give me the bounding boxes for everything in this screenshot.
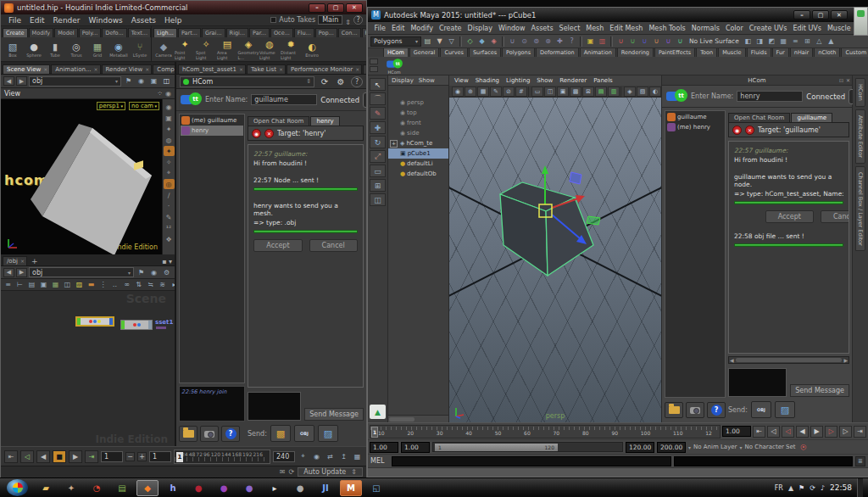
user-guillaume[interactable]: (me) guillaume — [181, 115, 243, 126]
shelf-tab[interactable]: Pop... — [315, 28, 337, 37]
maya-menu-item[interactable]: Color — [722, 25, 746, 32]
name-input[interactable] — [737, 91, 803, 102]
accept-button[interactable]: Accept — [765, 210, 814, 223]
frame-decrement-button[interactable]: − — [125, 452, 135, 461]
viewport-icon[interactable]: # — [515, 87, 527, 97]
outliner-menu-item[interactable]: Show — [419, 77, 435, 84]
sync-icon[interactable]: ⟳ — [810, 484, 815, 492]
layout-single-icon[interactable]: ▭ — [370, 165, 386, 177]
accept-button[interactable]: Accept — [253, 239, 302, 252]
status-icon[interactable] — [610, 36, 613, 47]
snapping-icon[interactable]: ⌖ — [164, 168, 175, 178]
character-set-selector[interactable]: No Character Set — [745, 444, 796, 450]
lasso-tool-icon[interactable]: ⌒ — [370, 92, 386, 105]
help-icon[interactable] — [353, 15, 363, 25]
metaball-tool-icon[interactable]: ◉ Metaball — [108, 42, 129, 58]
shelf-tab[interactable]: Polygons — [502, 48, 535, 57]
app-ji-icon[interactable]: JI — [314, 480, 337, 496]
minimize-button[interactable] — [309, 3, 326, 13]
maya-menu-item[interactable]: Muscle — [824, 25, 854, 32]
outliner-persp[interactable]: ◉ persp — [388, 98, 448, 108]
app-red-icon[interactable]: ● — [187, 480, 209, 496]
network-tool-icon[interactable]: ≋ — [157, 280, 168, 289]
menu-set-selector[interactable]: Polygons▾ — [370, 36, 421, 47]
leave-chat-icon[interactable]: ◉ — [252, 129, 261, 138]
refresh-icon[interactable] — [319, 76, 331, 87]
minimize-button[interactable] — [793, 10, 810, 20]
status-icon[interactable]: ▼ — [434, 36, 445, 47]
frame-start-field[interactable]: 1 — [101, 451, 123, 462]
shelf-tab[interactable]: PaintEffects — [654, 48, 695, 57]
shelf-tab[interactable]: Text... — [128, 28, 151, 37]
shelf-tab[interactable]: Par... — [249, 28, 270, 37]
back-icon[interactable] — [3, 76, 14, 86]
maya-menu-item[interactable]: File — [371, 25, 388, 32]
camera-tool-icon[interactable]: ◆ Camera — [153, 42, 174, 58]
maya-menu-item[interactable]: Window — [496, 25, 529, 32]
range-slider-track[interactable]: 1 120 — [432, 442, 623, 452]
user-list[interactable]: (me) guillaume henry — [179, 114, 245, 383]
annotate-icon[interactable]: ✎ — [164, 212, 175, 222]
pane-tab[interactable]: Take List — [247, 64, 286, 74]
pin-icon[interactable]: ⚑ — [136, 268, 147, 277]
houdini-menu-item[interactable]: Edit — [25, 16, 48, 25]
message-log-icon[interactable] — [280, 468, 286, 476]
status-icon[interactable]: ◧ — [743, 36, 754, 47]
anim-start-field[interactable]: 1.00 — [370, 442, 398, 453]
cancel-button[interactable]: Cancel — [309, 239, 358, 252]
go-end-button[interactable]: ⇥ — [85, 450, 98, 463]
shelf-tab[interactable]: Curves — [440, 48, 468, 57]
status-icon[interactable]: ⊛ — [542, 36, 554, 47]
playbar-option-icon[interactable]: ▦ — [352, 452, 363, 461]
viewport-icon[interactable]: ✎ — [490, 87, 502, 97]
shelf-tab[interactable]: Deformation — [536, 48, 579, 57]
status-icon[interactable]: ⊞ — [802, 36, 813, 47]
gear-icon[interactable] — [161, 268, 172, 277]
layout-four-icon[interactable]: ⊞ — [370, 179, 386, 192]
maya-menu-item[interactable]: Modify — [408, 25, 437, 32]
status-icon[interactable]: ≡ — [790, 36, 801, 47]
pane-tab[interactable]: HCom — [363, 64, 366, 74]
back-icon[interactable] — [3, 268, 14, 277]
play-reverse-button[interactable]: ◀ — [36, 450, 50, 463]
pane-tab[interactable]: Scene View — [3, 64, 50, 74]
take-spinner-icon[interactable] — [345, 14, 351, 26]
user-henry[interactable]: henry — [181, 126, 243, 136]
maya-taskbar-icon[interactable]: M — [340, 480, 362, 496]
tube-tool-icon[interactable]: ▮ Tube — [45, 42, 65, 58]
status-icon[interactable]: ∪ — [507, 36, 518, 47]
rotate-tool-icon[interactable]: ↻ — [370, 136, 386, 148]
view-visibility-icon[interactable]: ◉ — [164, 102, 175, 112]
camera-link-menu[interactable]: no cam — [129, 102, 159, 110]
viewport-menu-item[interactable]: Shading — [476, 77, 499, 84]
houdini-titlebar[interactable]: untitled.hip - Houdini Indie Limited-Com… — [1, 1, 366, 14]
shelf-tab[interactable]: Oce... — [270, 28, 293, 37]
network-tool-icon[interactable]: ⋮ — [97, 280, 108, 289]
playback-start-field[interactable]: 1.00 — [401, 442, 430, 453]
shelf-tab[interactable]: Toon — [696, 48, 717, 57]
network-tool-icon[interactable]: ▣ — [38, 280, 49, 289]
status-icon[interactable]: ◈ — [488, 36, 499, 47]
cook-icon[interactable] — [289, 468, 295, 476]
explorer-icon[interactable]: ▰ — [35, 480, 57, 496]
play-button[interactable]: ▶ — [69, 450, 82, 463]
send-obj-file-icon[interactable]: OBJ — [294, 425, 314, 442]
play-button[interactable]: ▶ — [810, 426, 823, 438]
timeline-ruler[interactable]: 1 24487296120144168192216 — [174, 450, 270, 464]
pane-tab[interactable]: Render View — [102, 64, 153, 74]
take-selector[interactable]: Main — [318, 15, 342, 25]
status-icon[interactable]: ▤ — [422, 36, 433, 47]
viewport-icon[interactable]: ⊘ — [503, 87, 515, 97]
screenshot-icon[interactable] — [200, 426, 219, 442]
shelf-tab[interactable]: HCom — [383, 48, 409, 57]
frame-info-icon[interactable]: ¹² — [164, 223, 175, 233]
current-frame-field[interactable]: 1 — [149, 451, 171, 462]
status-icon[interactable]: ⊙ — [519, 36, 530, 47]
houdini-menu-item[interactable]: Windows — [85, 16, 127, 25]
node-render-flag[interactable] — [109, 318, 113, 325]
outliner-default-light-set[interactable]: ● defaultLi — [388, 159, 448, 169]
message-input[interactable] — [728, 368, 787, 397]
status-icon[interactable]: ◨ — [754, 36, 765, 47]
shelf-tab[interactable]: Animation — [580, 48, 616, 57]
houdini-menu-item[interactable]: File — [4, 16, 25, 25]
